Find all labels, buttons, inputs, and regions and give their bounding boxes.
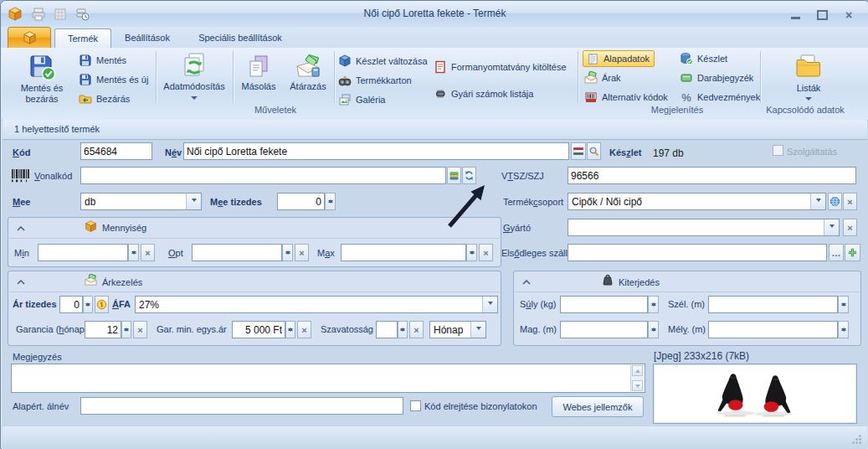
product-card-icon (338, 74, 352, 87)
webes-jellemzok-button[interactable]: Webes jellemzők (552, 396, 644, 417)
tab-specialis-beallitasok[interactable]: Speciális beállítások (185, 28, 295, 48)
elsodleges-input[interactable] (568, 244, 827, 261)
gar-min-input[interactable] (232, 321, 285, 338)
opt-input[interactable] (192, 244, 282, 261)
product-image[interactable] (653, 364, 857, 424)
substitute-product-infobar[interactable]: 1 helyettesítő termék (3, 120, 867, 140)
application-menu-button[interactable] (8, 27, 51, 49)
reprice-button[interactable]: Átárazás (284, 49, 332, 92)
max-spinner[interactable] (466, 244, 477, 261)
szavatossag-spinner[interactable] (398, 321, 408, 338)
gyarto-clear-button[interactable]: × (843, 219, 857, 236)
vtsz-input[interactable] (568, 167, 856, 184)
lists-button[interactable]: Listák (768, 49, 849, 104)
print-button[interactable] (29, 6, 48, 23)
szel-spinner[interactable] (838, 296, 849, 313)
garancia-input[interactable] (85, 321, 121, 338)
barcode-stack-button[interactable] (447, 167, 461, 184)
alapert-input[interactable] (80, 397, 403, 415)
vonalkod-input[interactable] (80, 167, 446, 184)
alt-codes-icon (584, 90, 598, 104)
price-coin-button[interactable] (95, 296, 109, 313)
name-search-button[interactable] (587, 142, 601, 160)
suly-spinner[interactable] (648, 296, 659, 313)
form-fill-button[interactable]: Formanyomtatvány kitöltése (434, 59, 567, 75)
barcode-refresh-button[interactable] (462, 167, 476, 184)
language-flag-button[interactable] (571, 142, 586, 160)
save-button[interactable]: Mentés (79, 52, 126, 69)
close-form-button[interactable]: Bezárás (79, 90, 130, 107)
mee-tizedes-input[interactable] (277, 193, 325, 210)
maximize-button[interactable] (813, 8, 831, 22)
gyarto-dropdown[interactable] (568, 219, 840, 236)
szavatossag-clear-button[interactable]: × (409, 321, 424, 338)
close-button[interactable]: × (840, 8, 858, 22)
discounts-label: Kedvezmények (697, 92, 760, 102)
afa-dropdown[interactable]: 27% (135, 296, 498, 313)
min-clear-button[interactable]: × (141, 244, 155, 261)
garancia-clear-button[interactable]: × (133, 321, 147, 338)
termekcsoport-web-button[interactable] (828, 193, 842, 210)
mely-spinner[interactable] (838, 321, 849, 338)
megjegyzes-textarea[interactable] (11, 364, 645, 393)
elsodleges-add-button[interactable] (845, 244, 860, 261)
view-base-data-button[interactable]: Alapadatok (583, 50, 655, 67)
max-clear-button[interactable]: × (479, 244, 493, 261)
szavatossag-unit-dropdown[interactable]: Hónap (429, 321, 486, 338)
mee-value: db (85, 194, 95, 209)
opt-clear-button[interactable]: × (295, 244, 309, 261)
view-alt-codes-button[interactable]: Alternatív kódok (584, 89, 668, 106)
mely-input[interactable] (708, 321, 838, 338)
ar-tizedes-input[interactable] (59, 296, 83, 313)
max-input[interactable] (341, 244, 466, 261)
mag-spinner[interactable] (648, 321, 659, 338)
minimize-button[interactable] (786, 8, 804, 22)
copy-button[interactable]: Másolás (235, 49, 282, 92)
opt-spinner[interactable] (282, 244, 293, 261)
serial-numbers-button[interactable]: Gyári számok listája (434, 85, 533, 102)
scroll-up-icon[interactable] (632, 365, 643, 376)
kod-input[interactable] (80, 142, 152, 160)
close-form-label: Bezárás (96, 94, 130, 104)
elsodleges-browse-button[interactable]: … (829, 244, 844, 261)
suly-input[interactable] (560, 296, 648, 313)
min-input[interactable] (38, 244, 128, 261)
view-bom-button[interactable]: Darabjegyzék (680, 70, 753, 86)
garancia-spinner[interactable] (121, 321, 131, 338)
view-discounts-button[interactable]: % Kedvezmények (680, 89, 760, 106)
min-spinner[interactable] (128, 244, 139, 261)
ar-tizedes-spinner[interactable] (83, 296, 93, 313)
save-and-new-button[interactable]: Mentés és új (79, 71, 148, 88)
mag-input[interactable] (560, 321, 648, 338)
app-cube-icon[interactable] (6, 6, 24, 23)
termekcsoport-clear-button[interactable]: × (843, 193, 857, 210)
gar-min-spinner[interactable] (285, 321, 295, 338)
history-button[interactable] (73, 6, 91, 23)
nev-input[interactable] (183, 142, 569, 160)
stock-change-button[interactable]: Készlet változása (338, 53, 428, 70)
mee-dropdown[interactable]: db (80, 193, 202, 210)
gallery-button[interactable]: Galéria (338, 91, 385, 108)
resize-grip-icon[interactable] (851, 434, 862, 445)
grid-view-button[interactable] (51, 6, 69, 23)
arkezeles-collapse-button[interactable] (14, 276, 28, 288)
view-prices-button[interactable]: Árak (584, 70, 621, 86)
tab-beallitasok[interactable]: Beállítások (113, 28, 182, 48)
modify-data-button[interactable]: Adatmódosítás (157, 49, 231, 103)
kiterjedes-collapse-button[interactable] (520, 276, 533, 288)
termekcsoport-dropdown[interactable]: Cipők / Női cipő (568, 193, 826, 210)
gar-min-clear-button[interactable]: × (297, 321, 311, 338)
memo-scrollbar[interactable] (630, 365, 644, 391)
szel-input[interactable] (708, 296, 838, 313)
szolgaltatas-checkbox[interactable] (773, 145, 783, 156)
mennyiseg-collapse-button[interactable] (14, 222, 28, 235)
scroll-down-icon[interactable] (632, 380, 643, 391)
kod-elrejtese-checkbox[interactable] (410, 400, 421, 411)
szavatossag-input[interactable] (376, 321, 398, 338)
ribbon-group-related: Kapcsolódó adatok (760, 105, 850, 115)
view-stock-button[interactable]: Készlet (680, 50, 727, 67)
save-and-close-button[interactable]: Mentés és bezárás (8, 49, 75, 105)
product-card-button[interactable]: Termékkarton (338, 72, 412, 89)
tab-termek[interactable]: Termék (54, 28, 111, 49)
mee-tizedes-spinner[interactable] (325, 193, 336, 210)
